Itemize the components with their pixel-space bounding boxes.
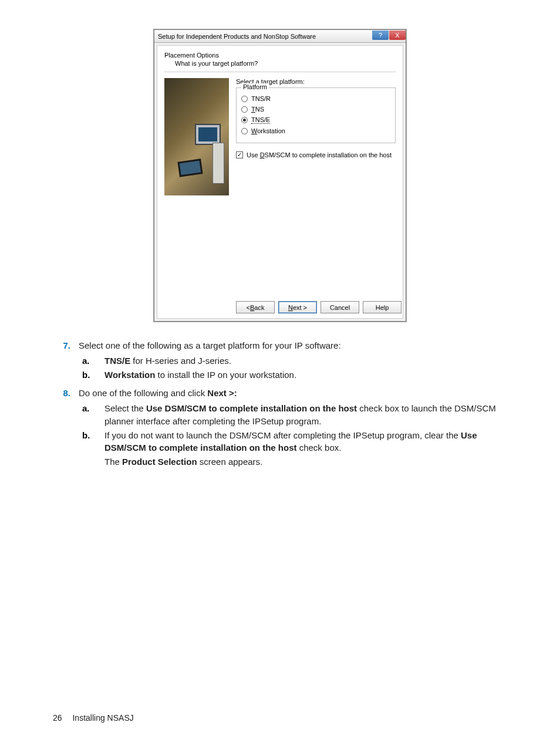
substep-letter: b. — [79, 369, 104, 382]
dsmscm-checkbox[interactable]: ✓ Use DSM/SCM to complete installation o… — [236, 151, 396, 158]
radio-icon — [241, 128, 248, 134]
step-8: 8. Do one of the following and click Nex… — [53, 387, 507, 472]
dialog-heading: Placement Options — [164, 52, 396, 59]
radio-tnse[interactable]: TNS/E — [241, 116, 390, 124]
setup-dialog: Setup for Independent Products and NonSt… — [154, 29, 406, 322]
step-8a: a. Select the Use DSM/SCM to complete in… — [79, 402, 507, 428]
step-text: Do one of the following and click Next >… — [79, 388, 237, 398]
step-7b: b. Workstation to install the IP on your… — [79, 369, 507, 382]
step-7a: a. TNS/E for H-series and J-series. — [79, 355, 507, 367]
titlebar-close-button[interactable]: X — [389, 31, 406, 40]
radio-tnsr[interactable]: TNS/R — [241, 95, 390, 102]
step-number: 7. — [53, 339, 79, 384]
dialog-subheading: What is your target platform? — [175, 60, 396, 67]
help-button[interactable]: Help — [363, 301, 402, 313]
substep-letter: a. — [79, 355, 104, 367]
instruction-list: 7. Select one of the following as a targ… — [53, 339, 507, 472]
wizard-image — [164, 78, 229, 195]
step-number: 8. — [53, 387, 79, 472]
radio-label: Workstation — [251, 127, 285, 134]
radio-icon — [241, 106, 248, 113]
substep-bold: TNS/E — [104, 356, 130, 366]
groupbox-legend: Platform — [241, 83, 269, 90]
step-8-result: The Product Selection screen appears. — [79, 455, 507, 468]
step-7: 7. Select one of the following as a targ… — [53, 339, 507, 384]
radio-tns[interactable]: TNS — [241, 106, 390, 113]
radio-label: TNS/R — [251, 95, 271, 102]
radio-icon — [241, 117, 248, 123]
substep-letter: a. — [79, 402, 104, 428]
titlebar-help-button[interactable]: ? — [372, 31, 389, 40]
radio-workstation[interactable]: Workstation — [241, 127, 390, 134]
help-icon: ? — [379, 32, 382, 39]
radio-label: TNS — [251, 106, 264, 113]
substep-text: for H-series and J-series. — [130, 356, 231, 366]
close-icon: X — [395, 32, 399, 39]
checkbox-icon: ✓ — [236, 151, 243, 158]
next-button[interactable]: Next > — [278, 301, 317, 313]
page-footer: 26 Installing NSASJ — [53, 713, 134, 723]
dialog-titlebar: Setup for Independent Products and NonSt… — [154, 30, 406, 43]
cancel-button[interactable]: Cancel — [321, 301, 359, 313]
substep-text: to install the IP on your workstation. — [155, 370, 296, 380]
page-number: 26 — [53, 713, 62, 723]
substep-bold: Workstation — [104, 370, 155, 380]
radio-icon — [241, 96, 248, 102]
section-title: Installing NSASJ — [72, 713, 133, 723]
platform-groupbox: Platform TNS/R TNS TNS/E — [236, 87, 396, 143]
radio-label: TNS/E — [251, 116, 270, 124]
substep-letter: b. — [79, 429, 104, 455]
dialog-title: Setup for Independent Products and NonSt… — [158, 33, 316, 40]
checkbox-label: Use DSM/SCM to complete installation on … — [247, 151, 392, 158]
step-text: Select one of the following as a target … — [79, 340, 341, 350]
step-8b: b. If you do not want to launch the DSM/… — [79, 429, 507, 455]
divider — [164, 72, 396, 72]
back-button[interactable]: < Back — [236, 301, 275, 313]
